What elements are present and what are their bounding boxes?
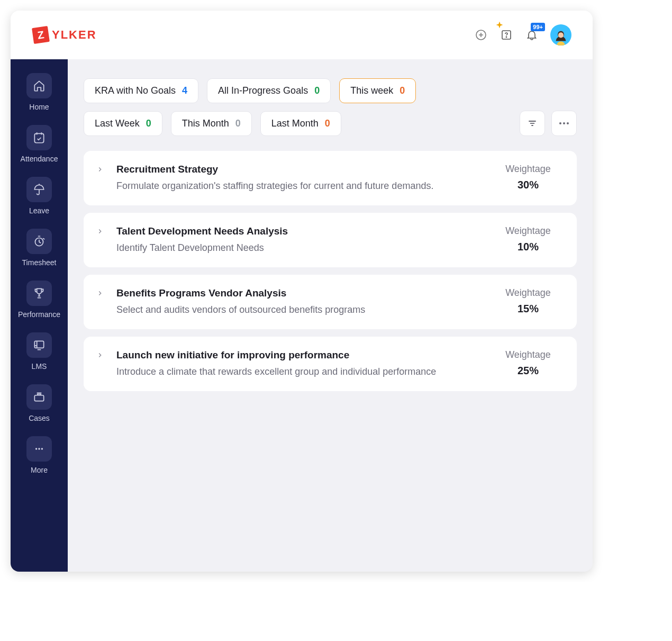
kra-desc: Introduce a climate that rewards excelle… (116, 366, 487, 377)
filter-label: This week (350, 85, 393, 96)
filter-last-week[interactable]: Last Week 0 (84, 111, 162, 136)
trophy-icon (26, 281, 52, 306)
kra-title: Benefits Programs Vendor Analysis (116, 287, 487, 299)
kra-desc: Select and audits vendors of outsourced … (116, 304, 487, 315)
expand-toggle[interactable] (96, 225, 107, 237)
filter-label: KRA with No Goals (95, 85, 176, 96)
svg-rect-7 (34, 341, 43, 348)
filter-kra-no-goals[interactable]: KRA with No Goals 4 (84, 78, 198, 103)
filter-count: 4 (182, 85, 187, 96)
kra-card[interactable]: Talent Development Needs Analysis Identi… (84, 213, 577, 267)
kra-desc: Identify Talent Development Needs (116, 242, 487, 254)
more-icon (26, 436, 52, 462)
filter-icon (527, 118, 538, 129)
weightage-label: Weightage (496, 225, 560, 237)
filter-this-week[interactable]: This week 0 (339, 78, 416, 103)
topbar-actions: 99+ (474, 24, 571, 46)
svg-point-10 (38, 448, 40, 449)
brand-text: YLKER (52, 28, 97, 42)
timer-icon (26, 229, 52, 254)
sidebar-item-label: More (31, 466, 48, 474)
filter-count: 0 (235, 118, 241, 129)
svg-point-11 (41, 448, 43, 449)
filter-label: This Month (182, 118, 229, 129)
svg-point-4 (558, 32, 564, 38)
filter-count: 0 (325, 118, 330, 129)
weightage-value: 10% (496, 241, 560, 253)
sidebar-item-label: Attendance (21, 155, 58, 163)
app-frame: Z YLKER 99+ (11, 11, 593, 572)
sidebar-item-label: Timesheet (22, 258, 57, 267)
weightage-value: 30% (496, 179, 560, 191)
notification-badge: 99+ (531, 23, 545, 31)
board-icon (26, 332, 52, 358)
filter-count: 0 (314, 85, 320, 96)
help-button[interactable] (500, 28, 513, 42)
sidebar-item-timesheet[interactable]: Timesheet (15, 224, 63, 272)
notifications-button[interactable]: 99+ (525, 28, 539, 42)
umbrella-icon (26, 177, 52, 202)
sidebar-item-home[interactable]: Home (15, 69, 63, 116)
main-content: KRA with No Goals 4 All In-Progress Goal… (68, 59, 593, 572)
sidebar-item-label: Performance (18, 310, 60, 319)
sidebar-item-cases[interactable]: Cases (15, 380, 63, 428)
chevron-right-icon (96, 166, 104, 173)
more-actions-button[interactable] (551, 111, 577, 136)
svg-rect-8 (34, 395, 43, 401)
kra-list: Recruitment Strategy Formulate organizat… (84, 151, 577, 391)
sidebar-item-label: Home (29, 103, 49, 111)
weightage-value: 15% (496, 303, 560, 315)
add-button[interactable] (474, 28, 488, 42)
sidebar: Home Attendance Leave Timesheet Performa… (11, 59, 68, 572)
filter-count: 0 (399, 85, 405, 96)
kra-card[interactable]: Benefits Programs Vendor Analysis Select… (84, 275, 577, 329)
brand-badge: Z (32, 26, 50, 44)
chevron-right-icon (96, 351, 104, 359)
chevron-right-icon (96, 228, 104, 235)
topbar: Z YLKER 99+ (11, 11, 593, 59)
sidebar-item-leave[interactable]: Leave (15, 173, 63, 220)
filter-label: Last Week (95, 118, 140, 129)
expand-toggle[interactable] (96, 164, 107, 175)
calendar-check-icon (26, 125, 52, 150)
chevron-right-icon (96, 290, 104, 297)
weightage-label: Weightage (496, 287, 560, 299)
kra-card[interactable]: Launch new initiative for improving perf… (84, 337, 577, 391)
sidebar-item-lms[interactable]: LMS (15, 328, 63, 376)
kra-title: Talent Development Needs Analysis (116, 225, 487, 237)
sidebar-item-performance[interactable]: Performance (15, 276, 63, 324)
dots-horizontal-icon (559, 122, 569, 124)
weightage-label: Weightage (496, 164, 560, 175)
briefcase-icon (26, 384, 52, 410)
filter-last-month[interactable]: Last Month 0 (260, 111, 341, 136)
svg-rect-5 (34, 133, 43, 142)
kra-title: Launch new initiative for improving perf… (116, 349, 487, 361)
svg-point-2 (506, 37, 506, 37)
sidebar-item-label: Leave (29, 206, 49, 215)
weightage-label: Weightage (496, 349, 560, 360)
filter-in-progress[interactable]: All In-Progress Goals 0 (207, 78, 331, 103)
filter-label: All In-Progress Goals (218, 85, 308, 96)
brand-logo[interactable]: Z YLKER (33, 27, 97, 43)
filter-this-month[interactable]: This Month 0 (171, 111, 252, 136)
weightage-value: 25% (496, 365, 560, 377)
kra-card[interactable]: Recruitment Strategy Formulate organizat… (84, 151, 577, 205)
kra-desc: Formulate organization's staffing strate… (116, 180, 487, 192)
filter-count: 0 (146, 118, 151, 129)
sidebar-item-label: Cases (29, 414, 50, 422)
filter-label: Last Month (271, 118, 319, 129)
sidebar-item-more[interactable]: More (15, 432, 63, 480)
expand-toggle[interactable] (96, 287, 107, 299)
avatar[interactable] (550, 24, 571, 46)
sidebar-item-attendance[interactable]: Attendance (15, 121, 63, 168)
kra-title: Recruitment Strategy (116, 164, 487, 175)
home-icon (26, 73, 52, 98)
avatar-image (552, 28, 570, 46)
plus-circle-icon (475, 29, 487, 41)
svg-point-9 (35, 448, 37, 449)
expand-toggle[interactable] (96, 349, 107, 361)
sidebar-item-label: LMS (32, 362, 47, 371)
sparkle-icon (493, 22, 501, 29)
filter-button[interactable] (520, 111, 545, 136)
filter-chips: KRA with No Goals 4 All In-Progress Goal… (84, 78, 577, 136)
